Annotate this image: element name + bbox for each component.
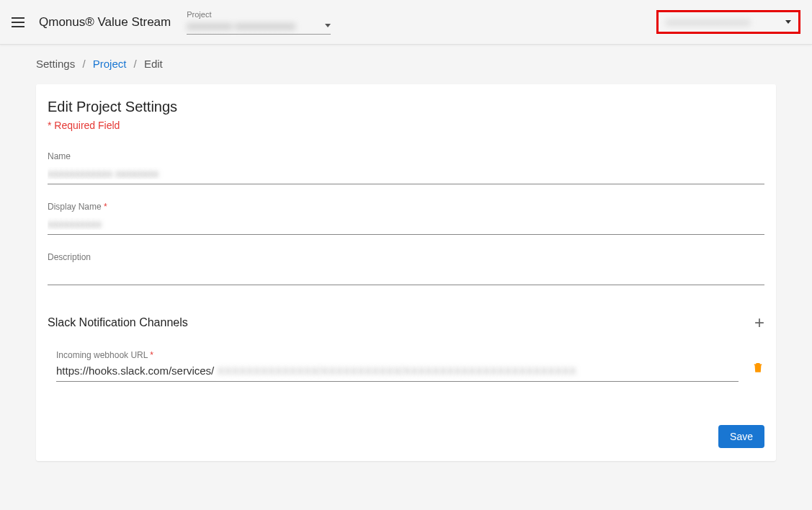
- webhook-row: Incoming webhook URL * https://hooks.sla…: [48, 350, 764, 382]
- app-header: Qmonus® Value Stream Project xxxxxxxxx x…: [0, 0, 812, 45]
- description-input[interactable]: [48, 265, 764, 285]
- breadcrumb-item[interactable]: Project: [93, 58, 127, 70]
- project-value: xxxxxxxxx xxxxxxxxxxxx: [187, 20, 319, 32]
- slack-section-title: Slack Notification Channels: [48, 316, 754, 329]
- breadcrumb-separator: /: [134, 58, 137, 70]
- webhook-input[interactable]: https://hooks.slack.com/services/ XXXXXX…: [56, 362, 739, 382]
- add-icon[interactable]: +: [754, 314, 764, 331]
- breadcrumb: Settings / Project / Edit: [36, 58, 776, 70]
- description-label: Description: [48, 252, 764, 262]
- save-button[interactable]: Save: [718, 425, 764, 448]
- chevron-down-icon: [785, 20, 791, 24]
- chevron-down-icon: [325, 24, 331, 27]
- user-value: xxxxxxxxxxxxxxxxxx: [666, 17, 777, 27]
- display-name-label: Display Name *: [48, 202, 764, 212]
- header-right: xxxxxxxxxxxxxxxxxx: [656, 10, 800, 34]
- required-note: * Required Field: [48, 120, 764, 131]
- trash-icon[interactable]: [751, 360, 764, 382]
- description-field-group: Description: [48, 252, 764, 285]
- project-value-row[interactable]: xxxxxxxxx xxxxxxxxxxxx: [187, 20, 331, 35]
- name-label: Name: [48, 151, 764, 161]
- settings-card: Edit Project Settings * Required Field N…: [36, 84, 776, 461]
- breadcrumb-item[interactable]: Settings: [36, 58, 75, 70]
- user-menu[interactable]: xxxxxxxxxxxxxxxxxx: [656, 10, 800, 34]
- display-name-input[interactable]: [48, 215, 764, 235]
- slack-section-header: Slack Notification Channels +: [48, 314, 764, 331]
- project-label: Project: [187, 10, 331, 19]
- breadcrumb-separator: /: [82, 58, 85, 70]
- webhook-label: Incoming webhook URL *: [56, 350, 739, 360]
- name-field-group: Name: [48, 151, 764, 184]
- page-title: Edit Project Settings: [48, 99, 764, 115]
- name-input[interactable]: [48, 164, 764, 184]
- project-selector[interactable]: Project xxxxxxxxx xxxxxxxxxxxx: [187, 10, 331, 35]
- webhook-field: Incoming webhook URL * https://hooks.sla…: [56, 350, 739, 382]
- breadcrumb-item: Edit: [144, 58, 163, 70]
- brand-logo: Qmonus® Value Stream: [39, 15, 171, 30]
- content-area: Settings / Project / Edit Edit Project S…: [0, 45, 812, 474]
- footer-actions: Save: [48, 425, 764, 448]
- display-name-field-group: Display Name *: [48, 202, 764, 235]
- menu-icon[interactable]: [12, 14, 29, 31]
